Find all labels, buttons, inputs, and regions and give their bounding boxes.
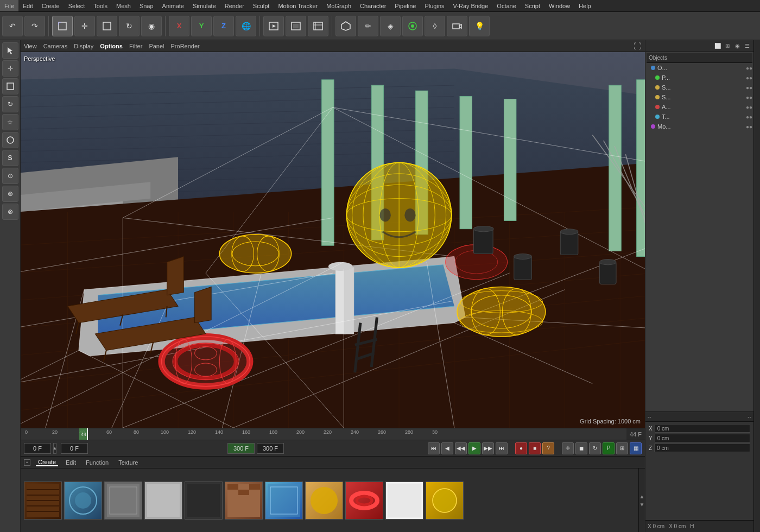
selection-mode-button[interactable]: [2, 42, 18, 59]
move-mode-button[interactable]: ✛: [2, 60, 18, 77]
menu-edit[interactable]: Edit: [18, 0, 37, 11]
polygon-mode-button[interactable]: [2, 78, 18, 94]
rotate-button[interactable]: ↻: [119, 16, 140, 36]
menu-help[interactable]: Help: [574, 0, 596, 11]
undo-button[interactable]: ↶: [2, 16, 23, 36]
menu-sculpt[interactable]: Sculpt: [249, 0, 274, 11]
record-button[interactable]: ●: [515, 442, 527, 454]
menu-render[interactable]: Render: [220, 0, 249, 11]
record-active-button[interactable]: P: [603, 442, 615, 454]
3d-viewport[interactable]: Perspective: [21, 52, 645, 428]
obj-item-4[interactable]: A... ●●: [647, 102, 752, 112]
render-picture-button[interactable]: [286, 16, 306, 36]
view-menu[interactable]: View: [24, 43, 37, 49]
material-scroll[interactable]: ▲ ▼: [638, 468, 645, 532]
go-to-end-button[interactable]: ⏭: [496, 442, 508, 454]
prorender-menu[interactable]: ProRender: [171, 43, 200, 49]
select-all-button[interactable]: ◉: [141, 16, 162, 36]
redo-button[interactable]: ↷: [24, 16, 45, 36]
material-thumb-10[interactable]: [426, 482, 464, 520]
go-to-start-button[interactable]: ⏮: [428, 442, 440, 454]
material-thumb-8[interactable]: [345, 482, 383, 520]
menu-tools[interactable]: Tools: [89, 0, 112, 11]
rp-icon-1[interactable]: ⬜: [713, 42, 722, 50]
timeline-ruler[interactable]: 0 20 40 60 80 100 120 140 160 180 200 22…: [21, 428, 626, 440]
object-mode-button[interactable]: ☆: [2, 114, 18, 130]
material-thumb-4[interactable]: [185, 482, 223, 520]
material-thumb-2[interactable]: [104, 482, 142, 520]
menu-motion-tracker[interactable]: Motion Tracker: [274, 0, 322, 11]
menu-simulate[interactable]: Simulate: [188, 0, 220, 11]
rotate-mode-button[interactable]: ↻: [2, 96, 18, 112]
frame-stepper[interactable]: ▲: [53, 443, 56, 454]
menu-select[interactable]: Select: [64, 0, 90, 11]
menu-window[interactable]: Window: [544, 0, 574, 11]
obj-item-0[interactable]: O... ●●: [647, 63, 752, 73]
menu-animate[interactable]: Animate: [158, 0, 188, 11]
snap-button[interactable]: ⊙: [2, 168, 18, 184]
menu-create[interactable]: Create: [37, 0, 64, 11]
world-button[interactable]: 🌐: [236, 16, 256, 36]
move-button[interactable]: ✛: [74, 16, 95, 36]
select-box-button[interactable]: [52, 16, 73, 36]
camera-button[interactable]: [447, 16, 467, 36]
material-thumb-7[interactable]: [305, 482, 343, 520]
prev-frame-button[interactable]: ◀: [441, 442, 453, 454]
preview-end-field[interactable]: 300 F: [227, 443, 255, 454]
move-key-button[interactable]: ✛: [562, 442, 574, 454]
menu-mesh[interactable]: Mesh: [112, 0, 135, 11]
obj-visibility-6[interactable]: ●●: [746, 124, 752, 130]
light-button[interactable]: 💡: [469, 16, 490, 36]
panel-menu[interactable]: Panel: [149, 43, 164, 49]
deformer-button[interactable]: ◊: [425, 16, 445, 36]
material-button[interactable]: ◈: [380, 16, 401, 36]
pen-tool-button[interactable]: ✏: [358, 16, 378, 36]
material-thumb-5[interactable]: [225, 482, 263, 520]
menu-plugins[interactable]: Plugins: [420, 0, 448, 11]
filter-menu[interactable]: Filter: [129, 43, 142, 49]
z-axis-button[interactable]: Z: [213, 16, 234, 36]
uv-mode-button[interactable]: [2, 132, 18, 148]
s-mode-button[interactable]: S: [2, 150, 18, 166]
help-anim-button[interactable]: ?: [542, 442, 554, 454]
cube-button[interactable]: [335, 16, 356, 36]
material-thumb-6[interactable]: [265, 482, 303, 520]
obj-visibility-3[interactable]: ●●: [746, 94, 752, 100]
mograph-button[interactable]: [402, 16, 423, 36]
obj-item-3[interactable]: S... ●●: [647, 92, 752, 102]
obj-item-6[interactable]: Mo... ●●: [647, 122, 752, 131]
material-thumb-9[interactable]: [385, 482, 423, 520]
rp-icon-2[interactable]: ⊞: [723, 42, 732, 50]
maximize-viewport-button[interactable]: ⛶: [633, 42, 642, 50]
menu-script[interactable]: Script: [521, 0, 544, 11]
x-axis-button[interactable]: X: [169, 16, 189, 36]
start-frame-field[interactable]: 0 F: [61, 443, 88, 454]
menu-character[interactable]: Character: [356, 0, 390, 11]
playhead[interactable]: [87, 428, 88, 440]
cameras-menu[interactable]: Cameras: [43, 43, 68, 49]
next-frame-button[interactable]: ▶▶: [482, 442, 494, 454]
right-scrollbar[interactable]: [753, 40, 760, 532]
options-menu[interactable]: Options: [100, 43, 123, 49]
play-backward-button[interactable]: ◀◀: [455, 442, 467, 454]
obj-visibility-4[interactable]: ●●: [746, 104, 752, 110]
display-menu[interactable]: Display: [74, 43, 93, 49]
menu-pipeline[interactable]: Pipeline: [390, 0, 420, 11]
tab-edit[interactable]: Edit: [64, 459, 78, 466]
material-thumb-3[interactable]: [144, 482, 182, 520]
rp-icon-3[interactable]: ◉: [733, 42, 742, 50]
view-layout-button[interactable]: ▦: [630, 442, 642, 454]
play-forward-button[interactable]: ▶: [468, 442, 480, 454]
cycle-button[interactable]: ↻: [589, 442, 601, 454]
texture-button[interactable]: ⊗: [2, 204, 18, 220]
key-mode-button[interactable]: ◼: [575, 442, 587, 454]
menu-vray[interactable]: V-Ray Bridge: [449, 0, 493, 11]
y-axis-button[interactable]: Y: [191, 16, 212, 36]
obj-visibility-5[interactable]: ●●: [746, 114, 752, 120]
material-thumb-1[interactable]: [64, 482, 102, 520]
tab-function[interactable]: Function: [84, 459, 111, 466]
bottom-panel-toggle[interactable]: ▪: [24, 459, 30, 466]
obj-item-1[interactable]: P... ●●: [647, 73, 752, 83]
menu-mograph[interactable]: MoGraph: [322, 0, 356, 11]
rp-icon-4[interactable]: ☰: [743, 42, 751, 50]
